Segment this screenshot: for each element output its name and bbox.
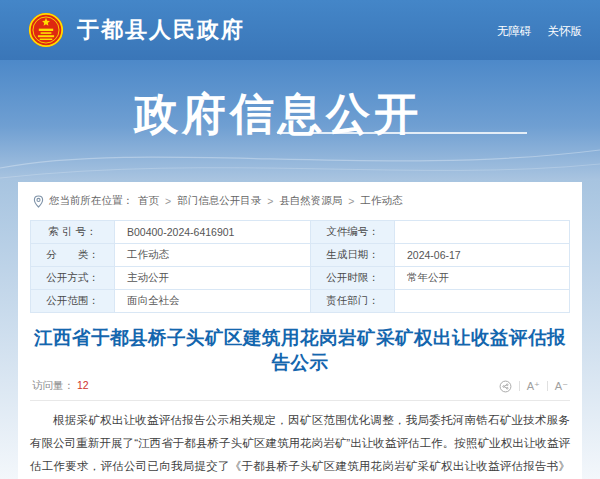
table-row: 索 引 号： B00400-2024-6416901 文件编号： — [31, 221, 570, 244]
tool-divider — [519, 381, 520, 391]
visits-label: 访问量： — [32, 379, 74, 391]
table-row: 公开范围： 面向全社会 责任部门： — [31, 290, 570, 313]
content-card: 您当前所在位置： 首页 > 部门信息公开目录 > 县自然资源局 > 工作动态 索… — [18, 182, 582, 479]
care-version-link[interactable]: 关怀版 — [548, 24, 583, 39]
page-title: 江西省于都县桥子头矿区建筑用花岗岩矿采矿权出让收益评估报告公示 — [30, 325, 570, 375]
field-label-date: 生成日期： — [311, 244, 395, 267]
article-tools: A⁺ A⁻ — [499, 380, 568, 393]
location-pin-icon — [33, 195, 44, 208]
field-label-scope: 公开范围： — [31, 290, 115, 313]
tool-divider — [547, 381, 548, 391]
field-label-method: 公开方式： — [31, 267, 115, 290]
site-title: 于都县人民政府 — [77, 15, 245, 45]
field-label-department: 责任部门： — [311, 290, 395, 313]
national-emblem-icon — [28, 12, 64, 48]
breadcrumb-item-directory[interactable]: 部门信息公开目录 — [177, 194, 261, 208]
breadcrumb-prefix: 您当前所在位置： — [49, 194, 133, 208]
breadcrumb-separator: > — [165, 195, 171, 207]
info-table: 索 引 号： B00400-2024-6416901 文件编号： 分 类： 工作… — [30, 220, 570, 313]
field-value-scope: 面向全社会 — [115, 290, 311, 313]
content-background: 您当前所在位置： 首页 > 部门信息公开目录 > 县自然资源局 > 工作动态 索… — [0, 180, 600, 479]
font-larger-button[interactable]: A⁺ — [527, 380, 540, 393]
topbar: 于都县人民政府 无障碍 关怀版 — [0, 0, 600, 60]
field-label-index-no: 索 引 号： — [31, 221, 115, 244]
banner: 政府信息公开 — [0, 60, 600, 180]
field-value-period: 常年公开 — [395, 267, 570, 290]
field-label-category: 分 类： — [31, 244, 115, 267]
table-row: 公开方式： 主动公开 公开时限： 常年公开 — [31, 267, 570, 290]
font-smaller-button[interactable]: A⁻ — [555, 380, 568, 393]
visit-counter: 访问量：12 — [32, 379, 89, 393]
breadcrumb-item-worknews[interactable]: 工作动态 — [360, 194, 402, 208]
table-row: 分 类： 工作动态 生成日期： 2024-06-17 — [31, 244, 570, 267]
breadcrumb-separator: > — [267, 195, 273, 207]
article-body: 根据采矿权出让收益评估报告公示相关规定，因矿区范围优化调整，我局委托河南锆石矿业… — [30, 409, 570, 479]
breadcrumb-item-bureau[interactable]: 县自然资源局 — [279, 194, 342, 208]
field-value-category: 工作动态 — [115, 244, 311, 267]
share-icon — [499, 380, 512, 393]
breadcrumb-item-home[interactable]: 首页 — [138, 194, 159, 208]
field-value-method: 主动公开 — [115, 267, 311, 290]
title-divider — [30, 400, 570, 401]
field-value-index-no: B00400-2024-6416901 — [115, 221, 311, 244]
field-value-date: 2024-06-17 — [395, 244, 570, 267]
banner-wave-decoration — [0, 120, 600, 180]
breadcrumb: 您当前所在位置： 首页 > 部门信息公开目录 > 县自然资源局 > 工作动态 — [30, 182, 570, 217]
field-label-period: 公开时限： — [311, 267, 395, 290]
breadcrumb-separator: > — [348, 195, 354, 207]
field-value-doc-no — [395, 221, 570, 244]
share-button[interactable] — [499, 380, 512, 393]
accessibility-link[interactable]: 无障碍 — [497, 24, 532, 39]
field-label-doc-no: 文件编号： — [311, 221, 395, 244]
article-paragraph: 根据采矿权出让收益评估报告公示相关规定，因矿区范围优化调整，我局委托河南锆石矿业… — [30, 409, 570, 479]
page: 于都县人民政府 无障碍 关怀版 政府信息公开 您当前所在位置： 首页 > — [0, 0, 600, 479]
topbar-links: 无障碍 关怀版 — [497, 24, 582, 39]
article-meta-row: 访问量：12 A⁺ — [30, 379, 570, 393]
visits-count: 12 — [77, 379, 89, 391]
field-value-department — [395, 290, 570, 313]
